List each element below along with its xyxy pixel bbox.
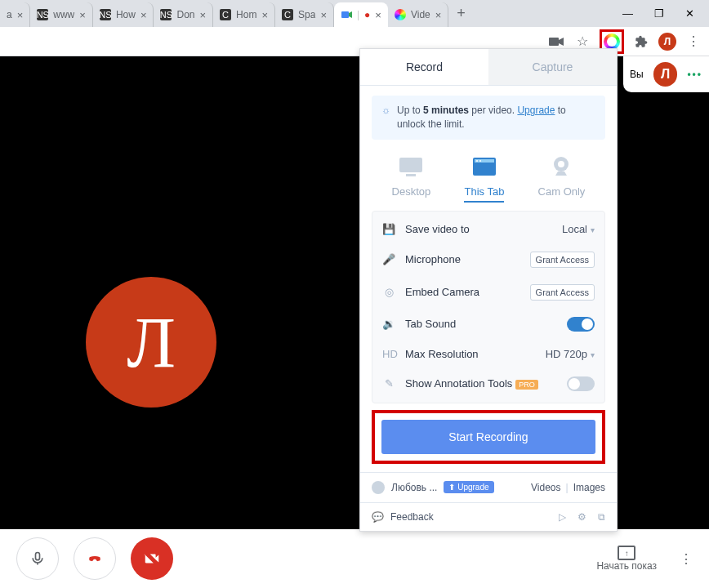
- mic-button[interactable]: [16, 537, 59, 580]
- extensions-icon[interactable]: [632, 33, 650, 51]
- browser-tab[interactable]: a×: [0, 2, 30, 27]
- svg-rect-5: [399, 158, 422, 172]
- profile-avatar[interactable]: Л: [658, 33, 676, 51]
- bulb-icon: ☼: [381, 104, 390, 131]
- close-icon[interactable]: ×: [435, 9, 442, 21]
- more-options-button[interactable]: ⋮: [680, 551, 693, 567]
- record-indicator-icon: ●: [364, 9, 370, 20]
- favicon: C: [220, 9, 231, 20]
- nimbus-popup: Record Capture ☼ Up to 5 minutes per vid…: [359, 48, 618, 532]
- browser-tab[interactable]: Vide×: [388, 2, 448, 27]
- svg-marker-3: [559, 38, 564, 46]
- favicon: NS: [160, 9, 172, 20]
- browser-tab[interactable]: NSHow×: [93, 2, 154, 27]
- present-button[interactable]: Начать показ: [596, 546, 657, 572]
- browser-tabbar: a× NSwww× NSHow× NSDon× CHom× CSpa× | ● …: [0, 0, 709, 27]
- play-icon[interactable]: ▷: [559, 511, 566, 523]
- settings-panel: 💾 Save video to Local▾ 🎤 Microphone Gran…: [372, 211, 605, 403]
- window-controls: — ❐ ✕: [608, 7, 709, 20]
- hd-icon: HD: [382, 348, 395, 360]
- present-label: Начать показ: [596, 560, 657, 572]
- close-icon[interactable]: ×: [79, 9, 86, 21]
- browser-tab[interactable]: NSwww×: [30, 2, 93, 27]
- setting-microphone: 🎤 Microphone Grant Access: [372, 243, 604, 276]
- svg-marker-1: [349, 11, 352, 18]
- popup-footer-feedback: 💬 Feedback ▷ ⚙ ⧉: [360, 502, 617, 531]
- browser-tab-active[interactable]: | ● ×: [334, 2, 388, 27]
- tab-record[interactable]: Record: [360, 49, 488, 85]
- images-link[interactable]: Images: [573, 482, 605, 493]
- popup-footer-user: Любовь ... ⬆ Upgrade Videos | Images: [360, 472, 617, 502]
- new-tab-button[interactable]: +: [448, 5, 474, 22]
- tab-icon: [470, 154, 499, 179]
- setting-resolution[interactable]: HD Max Resolution HD 720p▾: [372, 340, 604, 368]
- svg-point-9: [476, 160, 478, 162]
- favicon: NS: [100, 9, 111, 20]
- meet-favicon: [341, 9, 352, 20]
- svg-rect-0: [341, 11, 349, 18]
- favicon: [395, 9, 406, 20]
- close-window-button[interactable]: ✕: [685, 7, 694, 20]
- save-icon: 💾: [382, 223, 395, 235]
- feedback-icon: 💬: [372, 511, 384, 523]
- resolution-value[interactable]: HD 720p▾: [546, 348, 595, 360]
- settings-gear-icon[interactable]: ⚙: [577, 511, 586, 523]
- camera-off-button[interactable]: [131, 537, 173, 580]
- videos-link[interactable]: Videos: [531, 482, 560, 493]
- kebab-menu-icon[interactable]: ⋮: [684, 33, 702, 51]
- browser-tab[interactable]: CSpa×: [275, 2, 334, 27]
- present-icon: [618, 546, 635, 560]
- start-recording-button[interactable]: Start Recording: [381, 420, 595, 454]
- tab-divider: |: [357, 9, 359, 20]
- annotation-toggle[interactable]: [567, 376, 595, 391]
- mode-this-tab[interactable]: This Tab: [464, 154, 504, 203]
- desktop-icon: [396, 154, 426, 179]
- favicon: C: [282, 9, 293, 20]
- browser-tab[interactable]: CHom×: [213, 2, 275, 27]
- upgrade-button[interactable]: ⬆ Upgrade: [444, 481, 493, 493]
- browser-tab[interactable]: NSDon×: [154, 2, 213, 27]
- favicon: NS: [37, 9, 48, 20]
- maximize-button[interactable]: ❐: [654, 7, 664, 20]
- minimize-button[interactable]: —: [622, 7, 633, 20]
- setting-annotation: ✎ Show Annotation ToolsPRO: [372, 368, 604, 399]
- tab-sound-toggle[interactable]: [567, 317, 595, 332]
- setting-save-to[interactable]: 💾 Save video to Local▾: [372, 215, 604, 243]
- svg-point-10: [479, 160, 481, 162]
- setting-camera: ◎ Embed Camera Grant Access: [372, 276, 604, 309]
- banner-text: Up to 5 minutes per video. Upgrade to un…: [397, 104, 595, 131]
- mode-cam-only[interactable]: Cam Only: [538, 154, 586, 203]
- self-avatar: Л: [653, 62, 678, 87]
- close-icon[interactable]: ×: [320, 9, 327, 21]
- svg-rect-2: [549, 38, 559, 46]
- close-icon[interactable]: ×: [140, 9, 147, 21]
- mic-icon: 🎤: [382, 253, 395, 265]
- popout-icon[interactable]: ⧉: [598, 511, 605, 523]
- user-avatar-icon: [372, 481, 385, 494]
- feedback-link[interactable]: Feedback: [390, 511, 434, 523]
- mode-desktop[interactable]: Desktop: [392, 154, 431, 203]
- close-icon[interactable]: ×: [200, 9, 207, 21]
- annotation-icon: ✎: [382, 377, 395, 390]
- svg-rect-6: [406, 174, 416, 176]
- close-icon[interactable]: ×: [261, 9, 268, 21]
- setting-tab-sound: 🔉 Tab Sound: [372, 309, 604, 340]
- svg-rect-4: [36, 553, 40, 560]
- mode-selector: Desktop This Tab Cam Only: [372, 154, 605, 203]
- upgrade-link[interactable]: Upgrade: [517, 105, 555, 116]
- upgrade-banner: ☼ Up to 5 minutes per video. Upgrade to …: [372, 96, 605, 140]
- grant-mic-button[interactable]: Grant Access: [530, 252, 595, 268]
- close-icon[interactable]: ×: [17, 9, 24, 21]
- grant-cam-button[interactable]: Grant Access: [530, 284, 595, 301]
- tab-capture[interactable]: Capture: [488, 49, 617, 85]
- close-icon[interactable]: ×: [375, 9, 381, 21]
- save-value[interactable]: Local▾: [562, 223, 595, 235]
- participant-avatar: Л: [86, 277, 216, 408]
- user-name: Любовь ...: [391, 482, 437, 493]
- popup-tabs: Record Capture: [360, 49, 617, 86]
- hangup-button[interactable]: [74, 537, 116, 580]
- more-icon[interactable]: •••: [687, 69, 702, 80]
- self-label: Вы: [630, 69, 644, 80]
- camera-icon: ◎: [382, 286, 395, 298]
- sound-icon: 🔉: [382, 318, 395, 330]
